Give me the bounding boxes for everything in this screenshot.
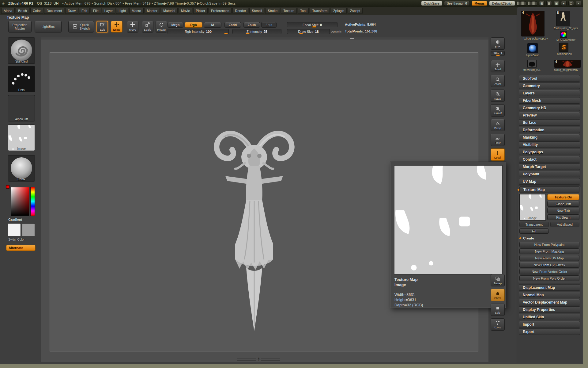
canvas-pager[interactable]: ▲ ▼ [237, 357, 280, 361]
menu-tool[interactable]: Tool [298, 8, 309, 14]
section-geometry-hd[interactable]: Geometry HD [519, 105, 580, 111]
menu-color[interactable]: Color [30, 8, 43, 14]
paste-document-icon[interactable]: ⊟ [546, 1, 552, 6]
section-masking[interactable]: Masking [519, 134, 580, 140]
section-texture-map[interactable]: Texture Map [519, 186, 579, 193]
scale-mode-button[interactable]: Scale [142, 21, 153, 33]
zcut-toggle[interactable]: Zcut [261, 22, 277, 28]
section-import[interactable]: Import [519, 321, 580, 328]
m-toggle[interactable]: M [204, 22, 221, 28]
menu-zscript[interactable]: Zscript [348, 8, 363, 14]
section-preview[interactable]: Preview [519, 112, 580, 118]
section-surface[interactable]: Surface [519, 119, 580, 126]
tool-thumb-alphabrush[interactable] [527, 43, 538, 53]
tool-thumb-simplebrush[interactable]: S [559, 43, 568, 52]
section-display-properties[interactable]: Display Properties [519, 306, 580, 313]
page-down-icon[interactable]: ▼ [258, 359, 260, 361]
solo-button[interactable]: Solo [491, 304, 505, 316]
sculpt-model[interactable] [208, 124, 300, 335]
current-alpha-thumb[interactable]: Alpha Off [8, 95, 35, 121]
transp-button[interactable]: Transp [491, 274, 505, 286]
texture-preview-image[interactable] [394, 165, 503, 274]
tool-thumb-balrog[interactable]: 4 [521, 11, 545, 36]
alternate-button[interactable]: Alternate [6, 245, 36, 251]
menu-macro[interactable]: Macro [129, 8, 144, 14]
move-mode-button[interactable]: Move [127, 21, 138, 33]
menu-material[interactable]: Material [161, 8, 178, 14]
menu-marker[interactable]: Marker [145, 8, 160, 14]
dropdown-icon[interactable]: ▾ [561, 1, 567, 6]
panel-toggle-icon[interactable]: ▣ [554, 1, 559, 6]
canvas-top-scroll-handle[interactable] [350, 38, 354, 39]
copy-document-icon[interactable]: ⊞ [539, 1, 545, 6]
quick-sketch-button[interactable]: Quick Sketch [68, 21, 94, 33]
lightbox-button[interactable]: LightBox [35, 21, 62, 33]
current-texture-thumb[interactable]: Image [8, 125, 35, 151]
rotate-mode-button[interactable]: Rotate [156, 21, 167, 33]
menu-transform[interactable]: Transform [310, 8, 330, 14]
menu-brush[interactable]: Brush [16, 8, 29, 14]
restore-window-button[interactable]: □ [568, 1, 574, 6]
fix-seam-button[interactable]: Fix Seam [547, 214, 579, 220]
texture-on-button[interactable]: Texture On [547, 194, 579, 200]
section-morph-target[interactable]: Morph Target [519, 163, 580, 170]
clone-txtr-button[interactable]: Clone Txtr [547, 201, 579, 207]
gradient-label[interactable]: Gradient [8, 218, 22, 221]
section-displacement-map[interactable]: Displacement Map [519, 284, 580, 291]
new-txtr-button[interactable]: New Txtr [547, 208, 579, 213]
section-layers[interactable]: Layers [519, 90, 580, 96]
actual-button[interactable]: Actual [491, 90, 505, 102]
edit-mode-button[interactable]: Edit [96, 21, 108, 33]
zoom-button[interactable]: Zoom [491, 75, 505, 87]
section-unified-skin[interactable]: Unified Skin [519, 314, 580, 320]
new-from-masking-button[interactable]: New From Masking [519, 248, 579, 254]
menus-button[interactable]: Menus [472, 1, 487, 6]
z-intensity-handle[interactable] [246, 33, 250, 34]
color-picker[interactable] [9, 186, 35, 217]
section-visibility[interactable]: Visibility [519, 141, 580, 148]
section-export[interactable]: Export [519, 328, 580, 335]
spix-handle[interactable] [496, 55, 500, 56]
menu-document[interactable]: Document [44, 8, 64, 14]
menu-edit[interactable]: Edit [79, 8, 90, 14]
quicksave-button[interactable]: QuickSave [421, 1, 442, 6]
bpr-button[interactable]: BPR [491, 37, 505, 50]
sv-square[interactable] [11, 187, 29, 216]
hue-strip[interactable] [30, 187, 35, 216]
local-button[interactable]: Local [491, 148, 505, 161]
rgb-intensity-handle[interactable] [224, 33, 228, 34]
section-contact[interactable]: Contact [519, 156, 580, 163]
menu-zplugin[interactable]: Zplugin [331, 8, 347, 14]
z-intensity-slider[interactable]: Z Intensity 25 [232, 29, 281, 34]
menu-preferences[interactable]: Preferences [209, 8, 232, 14]
persp-button[interactable]: Persp [491, 119, 505, 131]
menu-movie[interactable]: Movie [179, 8, 192, 14]
section-fibermesh[interactable]: FiberMesh [519, 97, 580, 104]
menu-picker[interactable]: Picker [193, 8, 208, 14]
canvas-top-scrollbar[interactable] [41, 37, 488, 40]
new-from-vertex-order-button[interactable]: New From Vertex Order [519, 269, 579, 274]
menu-layer[interactable]: Layer [102, 8, 115, 14]
section-geometry[interactable]: Geometry [519, 82, 580, 89]
tool-thumb-mrgbzgrabber[interactable] [560, 31, 567, 38]
mrgb-toggle[interactable]: Mrgb [168, 22, 183, 28]
current-material-thumb[interactable]: Chalk [8, 155, 35, 182]
section-polygroups[interactable]: Polygroups [519, 149, 580, 155]
section-subtool[interactable]: SubTool [519, 75, 580, 82]
rgb-toggle[interactable]: Rgb [185, 22, 202, 28]
scroll-button[interactable]: Scroll [491, 60, 505, 72]
menu-file[interactable]: File [91, 8, 101, 14]
current-stroke-thumb[interactable]: Dots [8, 66, 35, 92]
menu-light[interactable]: Light [116, 8, 128, 14]
zadd-toggle[interactable]: Zadd [224, 22, 241, 28]
secondary-color-swatch[interactable] [22, 223, 35, 236]
draw-size-slider[interactable]: Draw Size 18 [287, 29, 330, 34]
new-from-poly-order-button[interactable]: New From Poly Order [519, 275, 579, 281]
floor-button[interactable]: Floor [491, 134, 505, 146]
menu-render[interactable]: Render [232, 8, 248, 14]
tool-thumb-freesculpt[interactable] [527, 60, 537, 68]
projection-master-button[interactable]: Projection Master [8, 21, 32, 33]
menu-stroke[interactable]: Stroke [265, 8, 280, 14]
menu-draw[interactable]: Draw [65, 8, 78, 14]
zsub-toggle[interactable]: Zsub [243, 22, 260, 28]
